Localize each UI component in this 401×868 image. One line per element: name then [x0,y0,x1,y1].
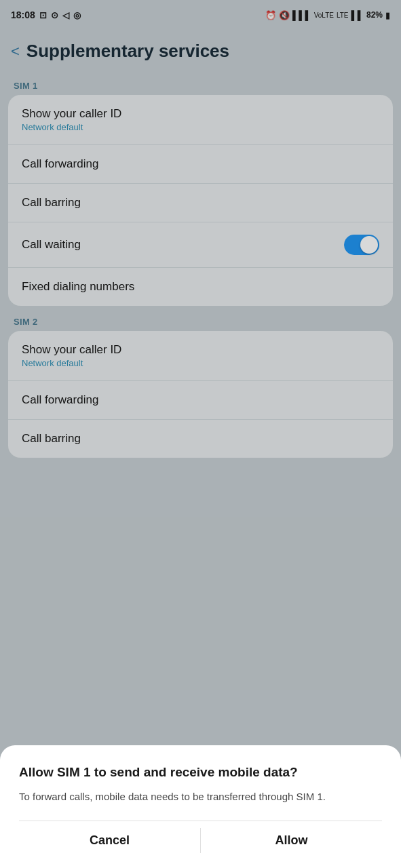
dialog-body: To forward calls, mobile data needs to b… [19,789,382,805]
allow-button[interactable]: Allow [201,821,382,860]
permission-dialog: Allow SIM 1 to send and receive mobile d… [0,745,401,868]
dialog-title: Allow SIM 1 to send and receive mobile d… [19,764,382,781]
dialog-overlay: Allow SIM 1 to send and receive mobile d… [0,0,401,868]
dialog-buttons: Cancel Allow [19,821,382,860]
cancel-button[interactable]: Cancel [19,821,200,860]
